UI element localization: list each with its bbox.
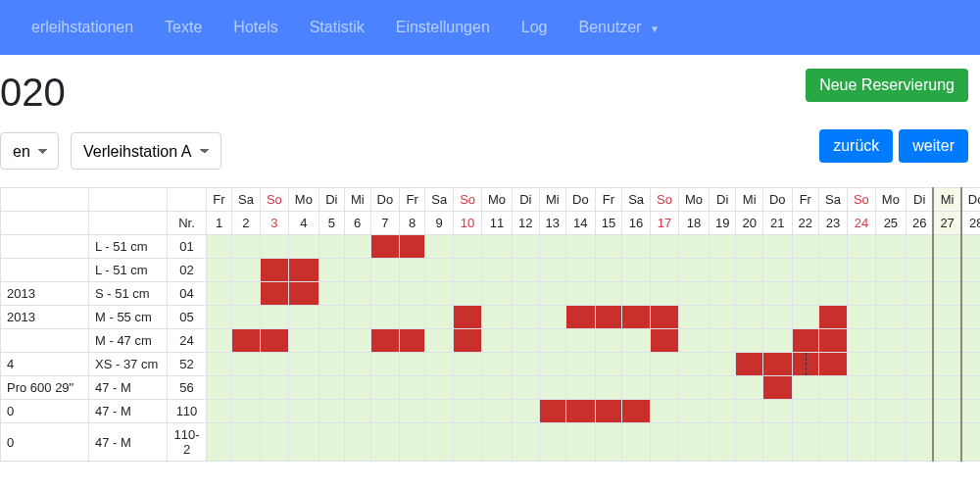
calendar-cell[interactable] [566,235,596,259]
calendar-cell[interactable] [425,376,454,400]
calendar-cell[interactable] [678,376,709,400]
calendar-cell[interactable] [622,306,651,329]
calendar-cell[interactable] [906,282,933,306]
calendar-cell[interactable] [566,329,596,353]
calendar-cell[interactable] [906,306,933,329]
calendar-cell[interactable] [207,282,232,306]
calendar-cell[interactable] [933,235,960,259]
calendar-cell[interactable] [933,282,960,306]
calendar-cell[interactable] [875,423,906,462]
calendar-cell[interactable] [513,400,539,423]
calendar-cell[interactable] [710,423,736,462]
calendar-cell[interactable] [344,376,370,400]
day-header[interactable]: 21 [762,212,792,235]
day-header[interactable]: 6 [344,212,370,235]
calendar-cell[interactable] [736,235,762,259]
calendar-cell[interactable] [566,306,596,329]
calendar-cell[interactable] [961,235,980,259]
calendar-cell[interactable] [482,306,513,329]
calendar-cell[interactable] [260,423,288,462]
calendar-cell[interactable] [792,235,818,259]
calendar-cell[interactable] [847,423,875,462]
calendar-cell[interactable] [819,259,848,282]
calendar-cell[interactable] [736,400,762,423]
calendar-cell[interactable] [482,235,513,259]
nav-einstellungen[interactable]: Einstellungen [380,11,506,44]
calendar-cell[interactable] [847,282,875,306]
calendar-cell[interactable] [288,400,318,423]
calendar-cell[interactable] [906,376,933,400]
nav-statistik[interactable]: Statistik [294,11,380,44]
calendar-cell[interactable] [906,329,933,353]
calendar-cell[interactable] [482,282,513,306]
calendar-cell[interactable] [513,376,539,400]
calendar-cell[interactable] [370,235,400,259]
calendar-cell[interactable] [344,423,370,462]
calendar-cell[interactable] [539,423,565,462]
day-header[interactable]: 17 [651,212,679,235]
calendar-cell[interactable] [232,400,261,423]
calendar-cell[interactable] [792,259,818,282]
day-header[interactable]: 8 [400,212,425,235]
calendar-cell[interactable] [370,329,400,353]
calendar-cell[interactable] [425,259,454,282]
calendar-cell[interactable] [651,423,679,462]
calendar-cell[interactable] [482,353,513,376]
calendar-cell[interactable] [513,329,539,353]
calendar-cell[interactable] [288,282,318,306]
calendar-cell[interactable] [370,259,400,282]
calendar-cell[interactable] [454,259,482,282]
day-header[interactable]: 18 [678,212,709,235]
calendar-cell[interactable] [595,259,621,282]
day-header[interactable]: 24 [847,212,875,235]
calendar-cell[interactable] [651,306,679,329]
day-header[interactable]: 22 [792,212,818,235]
day-header[interactable]: 15 [595,212,621,235]
calendar-cell[interactable] [710,259,736,282]
calendar-cell[interactable] [454,329,482,353]
calendar-cell[interactable] [513,259,539,282]
calendar-cell[interactable] [400,306,425,329]
calendar-cell[interactable] [736,306,762,329]
calendar-cell[interactable] [678,259,709,282]
calendar-cell[interactable] [875,306,906,329]
calendar-cell[interactable] [566,400,596,423]
calendar-cell[interactable] [400,282,425,306]
calendar-cell[interactable] [622,353,651,376]
day-header[interactable]: 9 [425,212,454,235]
day-header[interactable]: 16 [622,212,651,235]
calendar-cell[interactable] [595,400,621,423]
calendar-cell[interactable] [566,282,596,306]
calendar-cell[interactable] [539,306,565,329]
calendar-cell[interactable] [736,282,762,306]
calendar-cell[interactable] [566,259,596,282]
day-header[interactable]: 25 [875,212,906,235]
calendar-cell[interactable] [425,329,454,353]
calendar-cell[interactable] [400,329,425,353]
calendar-cell[interactable] [819,282,848,306]
calendar-cell[interactable] [792,306,818,329]
calendar-cell[interactable] [710,329,736,353]
calendar-cell[interactable] [933,400,960,423]
calendar-cell[interactable] [260,282,288,306]
calendar-cell[interactable] [260,376,288,400]
calendar-cell[interactable] [207,329,232,353]
calendar-cell[interactable] [762,353,792,376]
calendar-cell[interactable] [622,259,651,282]
calendar-cell[interactable] [651,353,679,376]
calendar-cell[interactable] [736,353,762,376]
calendar-cell[interactable] [318,282,344,306]
calendar-cell[interactable] [595,376,621,400]
calendar-cell[interactable] [318,306,344,329]
calendar-cell[interactable] [819,353,848,376]
calendar-cell[interactable] [318,235,344,259]
calendar-cell[interactable] [678,400,709,423]
calendar-cell[interactable] [762,376,792,400]
nav-hotels[interactable]: Hotels [218,11,293,44]
calendar-cell[interactable] [622,235,651,259]
calendar-cell[interactable] [207,353,232,376]
calendar-cell[interactable] [762,282,792,306]
calendar-cell[interactable] [651,376,679,400]
calendar-cell[interactable] [318,400,344,423]
new-reservation-button[interactable]: Neue Reservierung [806,69,968,102]
